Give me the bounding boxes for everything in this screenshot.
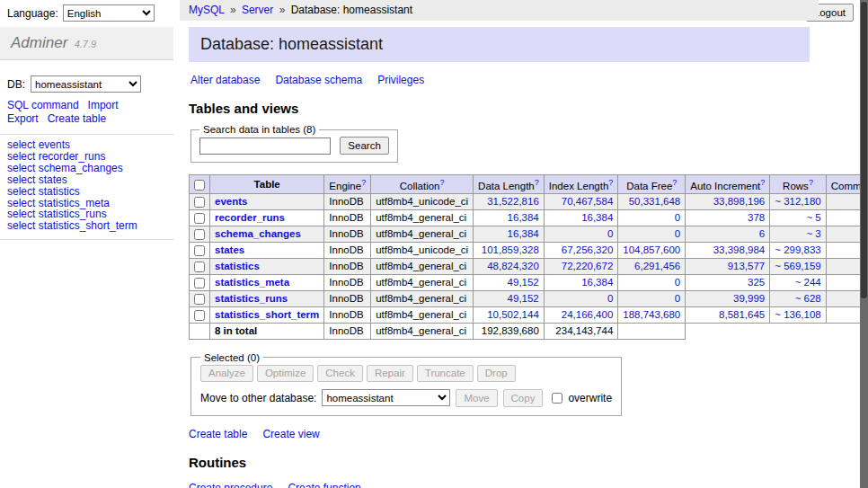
data-free-link[interactable]: 0 — [675, 293, 680, 304]
rows-link[interactable]: ~ 628 — [795, 293, 821, 304]
row-checkbox[interactable] — [194, 229, 205, 240]
table-link[interactable]: statistics_meta — [215, 277, 289, 288]
data-length-link[interactable]: 31,522,816 — [487, 196, 539, 207]
doc-link[interactable]: ? — [608, 178, 613, 187]
analyze-button[interactable]: Analyze — [200, 365, 253, 382]
check-button[interactable]: Check — [317, 365, 363, 382]
doc-link[interactable]: ? — [760, 178, 765, 187]
overwrite-checkbox[interactable] — [552, 393, 562, 404]
row-checkbox[interactable] — [194, 310, 205, 321]
data-length-link[interactable]: 49,152 — [508, 293, 539, 304]
data-free-link[interactable]: 104,857,600 — [623, 244, 680, 255]
repair-button[interactable]: Repair — [367, 365, 413, 382]
doc-link[interactable]: ? — [439, 178, 444, 187]
rows-link[interactable]: ~ 244 — [795, 277, 821, 288]
row-checkbox[interactable] — [194, 262, 205, 272]
index-length-link[interactable]: 70,467,584 — [562, 196, 614, 207]
link-database-schema[interactable]: Database schema — [275, 74, 362, 86]
data-free-link[interactable]: 0 — [675, 277, 680, 288]
table-link[interactable]: states — [215, 244, 244, 255]
rows-link[interactable]: ~ 3 — [806, 228, 820, 239]
doc-link[interactable]: ? — [361, 178, 366, 187]
auto-increment-link[interactable]: 33,898,196 — [713, 196, 766, 207]
link-select-states[interactable]: select states — [7, 174, 166, 186]
table-link[interactable]: statistics — [215, 261, 260, 271]
row-checkbox[interactable] — [194, 213, 205, 224]
rows-link[interactable]: ~ 5 — [806, 212, 820, 223]
link-create-table[interactable]: Create table — [48, 112, 106, 125]
index-length-link[interactable]: 67,256,320 — [562, 244, 614, 255]
data-length-link[interactable]: 16,384 — [508, 228, 539, 239]
link-select-recorder-runs[interactable]: select recorder_runs — [7, 151, 166, 163]
row-checkbox[interactable] — [194, 197, 205, 208]
table-link[interactable]: events — [215, 196, 247, 207]
table-link[interactable]: recorder_runs — [215, 212, 285, 223]
data-free-link[interactable]: 50,331,648 — [629, 196, 681, 207]
breadcrumb-server-link[interactable]: Server — [242, 4, 273, 16]
index-length-link[interactable]: 0 — [607, 293, 613, 304]
search-button[interactable]: Search — [340, 137, 388, 155]
link-select-events[interactable]: select events — [7, 139, 166, 151]
data-free-link[interactable]: 188,743,680 — [623, 309, 680, 320]
auto-increment-link[interactable]: 913,577 — [728, 261, 766, 271]
data-free-link[interactable]: 0 — [675, 212, 680, 223]
drop-button[interactable]: Drop — [477, 365, 516, 382]
data-length-link[interactable]: 10,502,144 — [487, 309, 539, 320]
link-sql-command[interactable]: SQL command — [7, 99, 79, 111]
link-create-procedure[interactable]: Create procedure — [189, 482, 272, 488]
link-alter-database[interactable]: Alter database — [190, 74, 260, 86]
scrollbar-thumb[interactable] — [861, 2, 867, 298]
rows-link[interactable]: ~ 569,159 — [775, 261, 820, 271]
data-length-link[interactable]: 16,384 — [508, 212, 539, 223]
data-length-link[interactable]: 101,859,328 — [482, 244, 539, 255]
auto-increment-link[interactable]: 6 — [759, 228, 765, 239]
rows-link[interactable]: ~ 299,833 — [775, 244, 820, 255]
app-name[interactable]: Adminer — [11, 34, 67, 51]
index-length-link[interactable]: 16,384 — [581, 212, 613, 223]
row-checkbox[interactable] — [194, 294, 205, 305]
scrollbar[interactable] — [860, 0, 868, 488]
link-import[interactable]: Import — [88, 99, 119, 111]
link-select-schema-changes[interactable]: select schema_changes — [7, 163, 166, 174]
link-select-statistics-short-term[interactable]: select statistics_short_term — [7, 220, 166, 232]
optimize-button[interactable]: Optimize — [257, 365, 314, 382]
index-length-link[interactable]: 72,220,672 — [562, 261, 614, 271]
index-length-link[interactable]: 16,384 — [581, 277, 613, 288]
search-input[interactable] — [199, 138, 331, 155]
link-privileges[interactable]: Privileges — [377, 74, 424, 86]
link-export[interactable]: Export — [7, 112, 39, 125]
rows-link[interactable]: ~ 312,180 — [775, 196, 820, 207]
language-select[interactable]: English — [63, 4, 155, 22]
index-length-link[interactable]: 24,166,400 — [562, 309, 614, 320]
link-create-table[interactable]: Create table — [189, 428, 247, 440]
table-link[interactable]: statistics_runs — [215, 293, 288, 304]
doc-link[interactable]: ? — [672, 178, 677, 187]
breadcrumb-mysql-link[interactable]: MySQL — [189, 4, 225, 16]
data-length-link[interactable]: 48,824,320 — [487, 261, 539, 271]
data-free-link[interactable]: 6,291,456 — [634, 261, 680, 271]
link-create-function[interactable]: Create function — [288, 482, 360, 488]
table-link[interactable]: schema_changes — [215, 228, 301, 239]
auto-increment-link[interactable]: 325 — [748, 277, 765, 288]
doc-link[interactable]: ? — [809, 178, 813, 187]
row-checkbox[interactable] — [194, 245, 205, 256]
truncate-button[interactable]: Truncate — [417, 365, 474, 382]
link-select-statistics[interactable]: select statistics — [7, 186, 166, 198]
table-link[interactable]: statistics_short_term — [215, 309, 319, 320]
row-checkbox[interactable] — [194, 278, 205, 288]
link-create-view[interactable]: Create view — [262, 428, 319, 440]
auto-increment-link[interactable]: 39,999 — [733, 293, 765, 304]
copy-button[interactable]: Copy — [503, 389, 544, 407]
auto-increment-link[interactable]: 33,398,984 — [713, 244, 766, 255]
doc-link[interactable]: ? — [535, 178, 539, 187]
move-db-select[interactable]: homeassistant — [322, 389, 450, 406]
auto-increment-link[interactable]: 8,581,645 — [719, 309, 765, 320]
select-all-checkbox[interactable] — [194, 180, 205, 191]
auto-increment-link[interactable]: 378 — [748, 212, 765, 223]
data-length-link[interactable]: 49,152 — [508, 277, 539, 288]
data-free-link[interactable]: 0 — [675, 228, 680, 239]
db-select[interactable]: homeassistant — [31, 75, 141, 93]
move-button[interactable]: Move — [456, 389, 497, 407]
rows-link[interactable]: ~ 136,108 — [775, 309, 820, 320]
index-length-link[interactable]: 0 — [607, 228, 613, 239]
